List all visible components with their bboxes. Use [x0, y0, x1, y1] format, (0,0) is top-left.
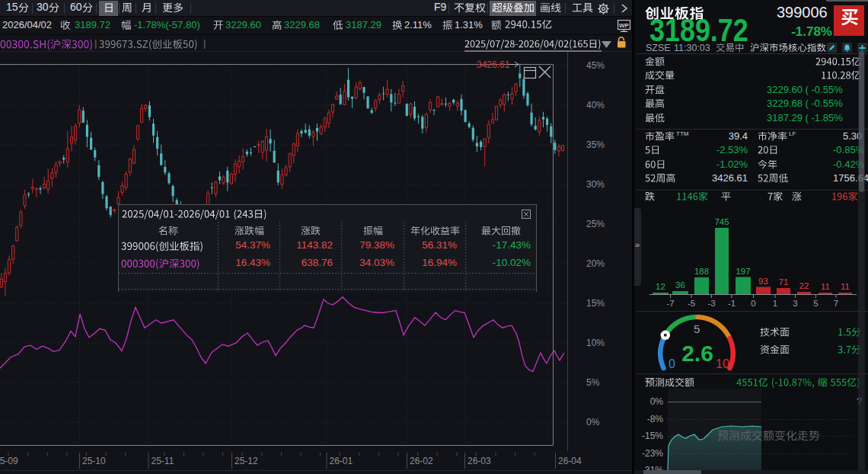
svg-text:30%: 30% [586, 179, 605, 190]
svg-text:0%: 0% [586, 417, 600, 428]
svg-text:25-10: 25-10 [82, 456, 106, 466]
svg-text:0: 0 [669, 357, 675, 370]
svg-text:5%: 5% [586, 377, 600, 388]
svg-text:10: 10 [716, 357, 729, 370]
svg-text:45%: 45% [586, 60, 605, 71]
svg-text:40%: 40% [586, 100, 605, 110]
svg-text:-8%: -8% [647, 414, 664, 424]
svg-text:WP: WP [619, 22, 630, 29]
svg-text:10%: 10% [586, 338, 605, 348]
svg-text:26-02: 26-02 [410, 456, 433, 466]
svg-text:3426.61: 3426.61 [477, 59, 510, 70]
svg-text:0%: 0% [650, 396, 664, 407]
svg-text:20%: 20% [586, 258, 605, 269]
svg-text:2.6: 2.6 [681, 341, 713, 366]
svg-text:26-04: 26-04 [558, 456, 582, 466]
svg-text:15%: 15% [586, 298, 605, 309]
svg-text:25-11: 25-11 [152, 456, 174, 466]
svg-text:26-01: 26-01 [330, 456, 353, 466]
svg-text:-23%: -23% [642, 448, 663, 459]
svg-text:-15%: -15% [642, 431, 663, 441]
svg-text:5: 5 [694, 322, 700, 335]
svg-text:25%: 25% [586, 219, 605, 229]
svg-text:25-09: 25-09 [0, 456, 18, 466]
svg-text:26-03: 26-03 [468, 456, 491, 466]
svg-text:25-12: 25-12 [235, 456, 258, 466]
svg-text:35%: 35% [586, 139, 605, 150]
